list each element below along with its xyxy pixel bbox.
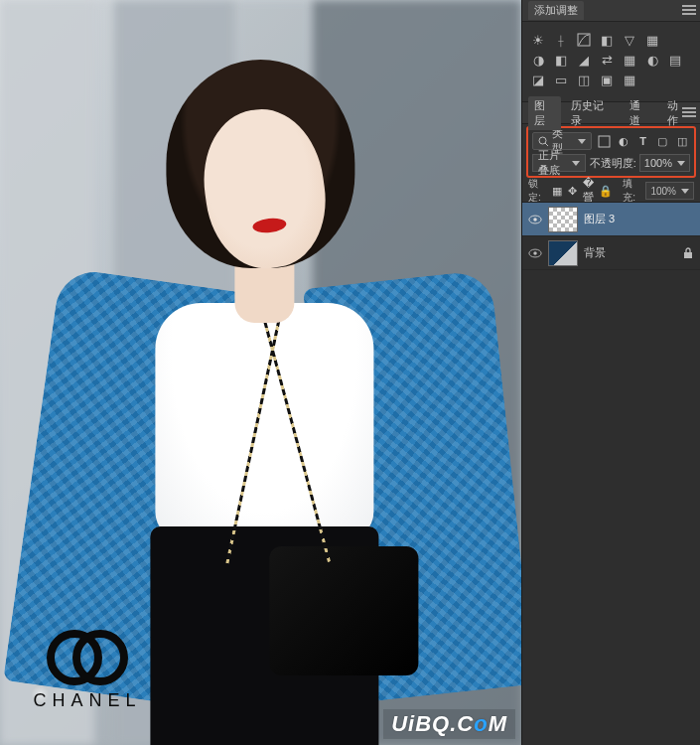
photo-subject	[61, 60, 478, 695]
posterize-icon[interactable]: ▤	[667, 52, 683, 68]
tab-channels[interactable]: 通道	[624, 96, 656, 130]
watermark: UiBQ.CoM	[383, 709, 515, 739]
document-canvas[interactable]: CHANEL UiBQ.CoM	[0, 0, 521, 745]
highlight-box: 类型 ◐ T ▢ ◫ 正片叠底 不透明度:	[526, 126, 696, 178]
filter-type-icon[interactable]: T	[635, 133, 651, 149]
brightness-contrast-icon[interactable]: ☀	[530, 32, 546, 48]
levels-icon[interactable]: ⟊	[553, 32, 569, 48]
lock-artboard-icon[interactable]: �營	[583, 184, 594, 198]
gradient-map-icon[interactable]: ▭	[553, 72, 569, 87]
lock-row: 锁定: ▦ ✥ �營 🔒 填充: 100%	[522, 180, 700, 202]
fill-control[interactable]: 100%	[645, 182, 694, 200]
panel-menu-icon[interactable]	[682, 105, 696, 119]
channel-mixer-icon[interactable]: ⇄	[599, 52, 615, 68]
filter-pixel-icon[interactable]	[596, 133, 612, 149]
blend-mode-value: 正片叠底	[538, 148, 570, 178]
svg-point-3	[539, 137, 546, 144]
misc-adjust2-icon[interactable]: ▦	[622, 72, 637, 87]
search-icon	[538, 136, 549, 147]
chevron-down-icon	[578, 139, 586, 144]
lock-label: 锁定:	[528, 177, 546, 205]
layer-item[interactable]: 背景	[522, 236, 700, 270]
layer-name[interactable]: 图层 3	[584, 212, 694, 226]
layer-list: 图层 3 背景	[522, 202, 700, 474]
lock-pixels-icon[interactable]: ▦	[551, 184, 562, 198]
hue-saturation-icon[interactable]: ▦	[644, 32, 660, 48]
brand-logo: CHANEL	[18, 629, 157, 711]
layers-empty-area[interactable]	[522, 474, 700, 745]
exposure-icon[interactable]: ◧	[599, 32, 615, 48]
misc-adjust-icon[interactable]: ▣	[599, 72, 615, 87]
selective-color-icon[interactable]: ◫	[576, 72, 592, 87]
brand-logo-text: CHANEL	[18, 690, 157, 711]
threshold-icon[interactable]: ◪	[530, 72, 546, 87]
chevron-down-icon	[677, 161, 685, 166]
blend-mode-row: 正片叠底 不透明度: 100%	[530, 152, 692, 174]
adjustments-panel-header: 添加调整	[522, 0, 700, 22]
opacity-label: 不透明度:	[590, 156, 636, 171]
svg-rect-10	[684, 252, 692, 258]
tab-layers[interactable]: 图层	[528, 96, 561, 130]
layers-panel-header: 图层 历史记录 通道 动作	[522, 102, 700, 124]
panel-menu-icon[interactable]	[682, 3, 696, 17]
lock-icon	[682, 247, 694, 259]
photo-filter-icon[interactable]: ◢	[576, 52, 592, 68]
svg-point-9	[533, 251, 537, 255]
layer-name[interactable]: 背景	[584, 245, 676, 260]
visibility-icon[interactable]	[528, 246, 542, 260]
vibrance-icon[interactable]: ▽	[622, 32, 637, 48]
black-white-icon[interactable]: ◧	[553, 52, 569, 68]
adjustments-tab[interactable]: 添加调整	[528, 1, 584, 20]
adjustments-panel-body: ☀ ⟊ ◧ ▽ ▦ ◑ ◧ ◢ ⇄ ▦ ◐ ▤ ◪ ▭ ◫ ▣ ▦	[522, 22, 700, 102]
layer-item[interactable]: 图层 3	[522, 203, 700, 236]
filter-adjust-icon[interactable]: ◐	[616, 133, 631, 149]
tab-history[interactable]: 历史记录	[565, 96, 620, 130]
visibility-icon[interactable]	[528, 213, 542, 226]
curves-icon[interactable]	[576, 32, 592, 48]
filter-smart-icon[interactable]: ◫	[674, 133, 690, 149]
opacity-value: 100%	[644, 157, 672, 169]
chevron-down-icon	[681, 189, 689, 194]
svg-rect-5	[599, 136, 610, 147]
blend-mode-dropdown[interactable]: 正片叠底	[532, 154, 586, 172]
lock-position-icon[interactable]: ✥	[567, 184, 578, 198]
opacity-control[interactable]: 不透明度: 100%	[590, 154, 690, 172]
fill-label: 填充:	[623, 177, 640, 205]
filter-shape-icon[interactable]: ▢	[654, 133, 670, 149]
lock-all-icon[interactable]: 🔒	[599, 184, 613, 198]
right-panel-stack: 添加调整 ☀ ⟊ ◧ ▽ ▦ ◑ ◧ ◢ ⇄ ▦ ◐ ▤	[521, 0, 700, 745]
color-lookup-icon[interactable]: ▦	[622, 52, 637, 68]
layers-panel-body: 类型 ◐ T ▢ ◫ 正片叠底 不透明度:	[522, 124, 700, 745]
chevron-down-icon	[572, 161, 580, 166]
layer-thumbnail[interactable]	[548, 240, 578, 266]
svg-line-4	[545, 143, 548, 146]
layer-thumbnail[interactable]	[548, 207, 578, 232]
svg-point-7	[533, 218, 537, 222]
invert-icon[interactable]: ◐	[644, 52, 660, 68]
color-balance-icon[interactable]: ◑	[530, 52, 546, 68]
fill-value: 100%	[650, 186, 676, 197]
